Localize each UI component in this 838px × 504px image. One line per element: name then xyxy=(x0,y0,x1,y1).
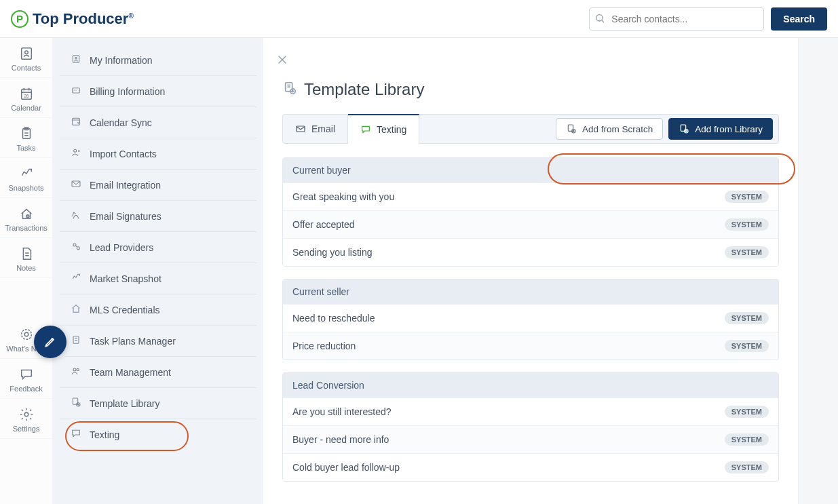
right-gutter xyxy=(799,38,838,504)
settings-item-calendar-sync[interactable]: Calendar Sync xyxy=(60,107,256,138)
settings-item-market-snapshot[interactable]: Market Snapshot xyxy=(60,263,256,294)
template-row[interactable]: Sending you listingSYSTEM xyxy=(283,238,778,266)
svg-rect-31 xyxy=(73,336,79,344)
button-label: Add from Scratch xyxy=(582,124,653,134)
svg-text:26: 26 xyxy=(24,94,29,98)
settings-item-email-signatures[interactable]: Email Signatures xyxy=(60,201,256,232)
settings-item-texting[interactable]: Texting xyxy=(60,419,256,450)
rail-label: Tasks xyxy=(16,144,35,152)
settings-item-template-library[interactable]: Template Library xyxy=(60,388,256,419)
settings-item-label: Email Integration xyxy=(90,180,161,191)
close-button[interactable] xyxy=(273,50,292,69)
brand-name: Top Producer® xyxy=(33,10,134,28)
settings-item-label: Team Management xyxy=(90,367,171,378)
section-heading: Lead Conversion xyxy=(283,373,778,398)
svg-point-35 xyxy=(77,368,79,370)
settings-item-icon xyxy=(71,241,81,254)
header-right: Search xyxy=(589,7,827,31)
search-input[interactable] xyxy=(589,7,764,31)
template-row[interactable]: Great speaking with youSYSTEM xyxy=(283,182,778,210)
tab-texting[interactable]: Texting xyxy=(348,114,419,144)
rail-label: Transactions xyxy=(5,224,47,232)
settings-item-email-integration[interactable]: Email Integration xyxy=(60,170,256,201)
rail-feedback[interactable]: Feedback xyxy=(0,359,53,399)
settings-item-label: Lead Providers xyxy=(90,242,153,253)
settings-item-icon xyxy=(71,116,81,129)
add-from-scratch-button[interactable]: Add from Scratch xyxy=(556,118,663,140)
settings-item-mls-credentials[interactable]: MLS Credentials xyxy=(60,294,256,326)
settings-item-label: Email Signatures xyxy=(90,211,161,222)
template-row[interactable]: Buyer - need more infoSYSTEM xyxy=(283,425,778,453)
logo-mark-icon: P xyxy=(11,10,28,28)
template-name: Are you still interested? xyxy=(292,406,392,417)
content-area: Template Library Email Texting Add from … xyxy=(263,38,799,504)
template-section: Lead ConversionAre you still interested?… xyxy=(282,372,779,482)
template-row[interactable]: Need to rescheduleSYSTEM xyxy=(283,304,778,332)
settings-sidebar: My InformationBilling InformationCalenda… xyxy=(53,38,263,504)
settings-item-icon xyxy=(71,210,81,222)
settings-item-lead-providers[interactable]: Lead Providers xyxy=(60,232,256,263)
rail-label: Notes xyxy=(16,264,36,272)
settings-item-icon xyxy=(71,85,81,98)
rail-label: Feedback xyxy=(9,385,42,393)
settings-item-icon xyxy=(71,178,81,191)
rail-snapshots[interactable]: Snapshots xyxy=(0,158,53,198)
settings-item-import-contacts[interactable]: Import Contacts xyxy=(60,138,256,170)
svg-point-3 xyxy=(24,51,28,54)
system-badge: SYSTEM xyxy=(725,218,769,231)
settings-item-team-management[interactable]: Team Management xyxy=(60,357,256,388)
section-heading: Current buyer xyxy=(283,158,778,182)
icon-rail: Contacts 26 Calendar Tasks Snapshots $ T… xyxy=(0,38,53,504)
settings-item-label: Import Contacts xyxy=(90,149,157,159)
svg-point-23 xyxy=(74,90,75,90)
settings-item-billing-information[interactable]: Billing Information xyxy=(60,76,256,107)
rail-contacts[interactable]: Contacts xyxy=(0,38,53,78)
page-heading: Template Library xyxy=(282,80,779,99)
template-name: Cold buyer lead follow-up xyxy=(292,462,400,473)
tab-label: Texting xyxy=(377,124,406,135)
add-from-library-button[interactable]: Add from Library xyxy=(668,118,773,140)
rail-notes[interactable]: Notes xyxy=(0,238,53,278)
system-badge: SYSTEM xyxy=(725,246,769,258)
svg-point-34 xyxy=(73,368,76,371)
settings-item-icon xyxy=(71,303,81,316)
rail-label: Settings xyxy=(13,425,40,433)
template-section: Current sellerNeed to rescheduleSYSTEMPr… xyxy=(282,279,779,360)
system-badge: SYSTEM xyxy=(725,433,769,446)
settings-item-label: Market Snapshot xyxy=(90,273,161,284)
rail-tasks[interactable]: Tasks xyxy=(0,118,53,158)
system-badge: SYSTEM xyxy=(725,461,769,473)
settings-item-icon xyxy=(71,54,81,66)
settings-item-my-information[interactable]: My Information xyxy=(60,45,256,76)
template-name: Need to reschedule xyxy=(292,313,375,324)
template-row[interactable]: Price reductionSYSTEM xyxy=(283,332,778,360)
search-button[interactable]: Search xyxy=(771,7,827,31)
rail-label: Contacts xyxy=(12,64,41,72)
settings-item-label: Calendar Sync xyxy=(90,117,152,128)
svg-point-18 xyxy=(24,332,28,336)
template-row[interactable]: Offer acceptedSYSTEM xyxy=(283,210,778,238)
rail-label: Calendar xyxy=(11,104,41,112)
svg-point-24 xyxy=(75,90,76,90)
tab-email[interactable]: Email xyxy=(283,115,348,143)
rail-calendar[interactable]: 26 Calendar xyxy=(0,78,53,118)
search-box xyxy=(589,7,764,31)
settings-item-icon xyxy=(71,334,81,347)
system-badge: SYSTEM xyxy=(725,312,769,324)
page-title: Template Library xyxy=(304,80,424,99)
settings-item-icon xyxy=(71,397,81,410)
template-row[interactable]: Are you still interested?SYSTEM xyxy=(283,398,778,425)
settings-item-label: Texting xyxy=(90,429,119,440)
settings-item-task-plans-manager[interactable]: Task Plans Manager xyxy=(60,326,256,357)
template-name: Great speaking with you xyxy=(292,191,394,202)
svg-rect-28 xyxy=(72,181,80,187)
settings-item-label: My Information xyxy=(90,55,153,66)
rail-settings[interactable]: Settings xyxy=(0,399,53,439)
template-name: Buyer - need more info xyxy=(292,434,389,445)
template-row[interactable]: Cold buyer lead follow-upSYSTEM xyxy=(283,453,778,481)
tab-bar: Email Texting Add from Scratch Add from … xyxy=(282,114,779,144)
brand-logo[interactable]: P Top Producer® xyxy=(11,10,134,28)
template-library-icon xyxy=(282,81,297,98)
settings-item-icon xyxy=(71,366,81,379)
rail-transactions[interactable]: $ Transactions xyxy=(0,198,53,238)
